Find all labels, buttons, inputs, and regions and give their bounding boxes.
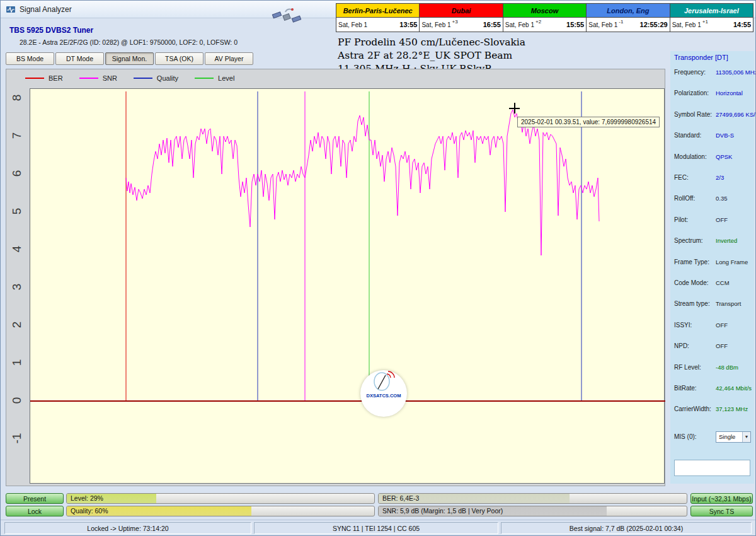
clock-time: 12:55:29 (640, 21, 668, 28)
transponder-row-bitrate: BitRate:42,464 Mbit/s (670, 385, 754, 395)
field-label: Symbol Rate: (674, 111, 712, 118)
clock-date: Sat, Feb 1 (505, 21, 534, 28)
y-tick-2: 2 (10, 317, 24, 333)
field-value: Inverted (716, 237, 737, 244)
legend-label: Level (218, 74, 234, 82)
clock-date: Sat, Feb 1 (672, 21, 701, 28)
legend-label: BER (49, 74, 63, 82)
transponder-header: Transponder [DT] (674, 54, 728, 61)
y-tick-5: 5 (10, 203, 24, 219)
transponder-row-carrierwidth: CarrierWidth:37,123 MHz (670, 405, 754, 416)
chart-plot-area[interactable] (30, 88, 665, 484)
clock-header: Berlin-Paris-Lučenec (336, 4, 419, 18)
transponder-row-mis: MIS (0):Single▼ (670, 433, 754, 443)
field-value: 0.35 (716, 195, 728, 202)
clock-jerusalem-israel: Jerusalem-IsraelSat, Feb 1+114:55 (670, 3, 753, 32)
field-label: Stream type: (674, 300, 710, 307)
button-av-player[interactable]: AV Player (205, 52, 253, 65)
info-line-satellite: Astra 2F at 28.2°E_UK SPOT Beam (338, 49, 525, 62)
clock-berlin-paris-lu-enec: Berlin-Paris-LučenecSat, Feb 113:55 (336, 3, 420, 32)
field-label: CarrierWidth: (674, 405, 711, 412)
satellite-icon (272, 4, 302, 31)
mis-select[interactable]: Single▼ (716, 431, 751, 443)
clock-time: 15:55 (566, 21, 584, 28)
legend-swatch-snr (79, 78, 98, 79)
field-value: 42,464 Mbit/s (716, 385, 752, 392)
crosshair-cursor (509, 103, 520, 114)
trace-snr (126, 110, 599, 255)
input-bitrate-indicator: Input (~32,31 Mbps) (690, 493, 753, 504)
present-indicator: Present (6, 493, 64, 504)
snr-bar: SNR: 5,9 dB (Margin: 1,5 dB | Very Poor) (378, 506, 687, 516)
mode-button-row: BS ModeDT ModeSignal Mon.TSA (OK)AV Play… (6, 52, 255, 65)
snr-bar-text: SNR: 5,9 dB (Margin: 1,5 dB | Very Poor) (382, 506, 503, 516)
transponder-row-npd: NPD:OFF (670, 342, 754, 352)
level-bar-text: Level: 29% (71, 494, 103, 503)
field-value: 37,123 MHz (716, 405, 748, 412)
dxsatcs-watermark: DXSATCS.COM (360, 370, 407, 417)
signal-analyzer-window: Signal Analyzer Berlin-Paris-LučenecSat,… (0, 0, 756, 536)
sync-ts-indicator: Sync TS (690, 506, 753, 516)
lock-indicator: Lock (6, 506, 64, 516)
legend-swatch-level (195, 78, 214, 79)
field-label: RollOff: (674, 195, 695, 202)
y-tick-4: 4 (10, 241, 24, 257)
field-label: Pilot: (674, 216, 688, 223)
y-tick--1: -1 (10, 430, 24, 446)
field-label: Code Mode: (674, 279, 708, 286)
quality-bar: Quality: 60% (66, 506, 375, 516)
field-label: Spectrum: (674, 237, 703, 244)
transponder-row-pilot: Pilot:OFF (670, 216, 754, 226)
transponder-row-standard: Standard:DVB-S (670, 132, 754, 142)
mis-selected-value: Single (719, 433, 735, 440)
field-value: Long Frame (716, 259, 748, 265)
field-value: Transport (716, 300, 741, 307)
tuner-subtitle: 28.2E - Astra 2E/2F/2G (ID: 0282) @ LOF1… (20, 38, 238, 46)
clock-header: London, Eng (587, 4, 669, 18)
quality-bar-text: Quality: 60% (71, 506, 108, 516)
clock-time: 16:55 (483, 21, 501, 28)
transponder-row-frequency: Frequency:11305,006 MHz (670, 69, 754, 79)
app-icon (6, 4, 16, 15)
field-value: 2/3 (716, 174, 724, 181)
transponder-row-codemode: Code Mode:CCM (670, 279, 754, 289)
transponder-row-fec: FEC:2/3 (670, 174, 754, 184)
transponder-row-symbolrate: Symbol Rate:27499,696 KS/s (670, 111, 754, 121)
button-bs-mode[interactable]: BS Mode (6, 52, 54, 65)
info-line-dish: PF Prodelin 450 cm/Lučenec-Slovakia (338, 36, 525, 49)
statusbar-lock-uptime: Locked -> Uptime: 73:14:20 (4, 522, 251, 534)
field-value: CCM (716, 279, 730, 286)
transponder-row-modulation: Modulation:QPSK (670, 153, 754, 163)
statusbar-best-signal: Best signal: 7,7 dB (2025-02-01 00:34) (501, 522, 752, 534)
field-label: RF Level: (674, 364, 701, 371)
field-label: Modulation: (674, 153, 707, 160)
y-tick-7: 7 (10, 127, 24, 144)
y-tick-6: 6 (10, 165, 24, 182)
transponder-row-streamtype: Stream type:Transport (670, 300, 754, 310)
button-signal-mon-[interactable]: Signal Mon. (105, 52, 154, 65)
button-tsa-ok-[interactable]: TSA (OK) (155, 52, 203, 65)
clock-time-row: Sat, Feb 1+316:55 (420, 18, 502, 32)
signal-chart: BERSNRQualityLevel 876543210-1 DXSATCS.C… (6, 69, 665, 486)
field-label: Frame Type: (674, 259, 709, 265)
field-value: Horizontal (716, 90, 743, 96)
field-value: 27499,696 KS/s (716, 111, 756, 118)
legend-label: Quality (157, 74, 178, 82)
window-title: Signal Analyzer (20, 5, 72, 14)
dxsatcs-logo-icon (369, 370, 398, 395)
transponder-row-spectrum: Spectrum:Inverted (670, 237, 754, 247)
clock-header: Jerusalem-Israel (670, 4, 753, 18)
y-tick-1: 1 (10, 354, 24, 371)
ber-bar-text: BER: 6,4E-3 (382, 494, 419, 503)
transponder-panel: Transponder [DT] Frequency:11305,006 MHz… (670, 51, 754, 484)
clock-time: 13:55 (399, 21, 417, 28)
transponder-empty-listbox[interactable] (674, 460, 750, 476)
transponder-row-polarization: Polarization:Horizontal (670, 90, 754, 100)
field-value: QPSK (716, 153, 732, 160)
clock-time-row: Sat, Feb 1+215:55 (503, 18, 586, 32)
clock-date: Sat, Feb 1 (338, 21, 367, 28)
chart-tooltip: 2025-02-01 00.39.51, value: 7,6999998092… (517, 117, 660, 127)
ber-bar: BER: 6,4E-3 (378, 493, 687, 504)
button-dt-mode[interactable]: DT Mode (55, 52, 104, 65)
field-value: DVB-S (716, 132, 734, 139)
